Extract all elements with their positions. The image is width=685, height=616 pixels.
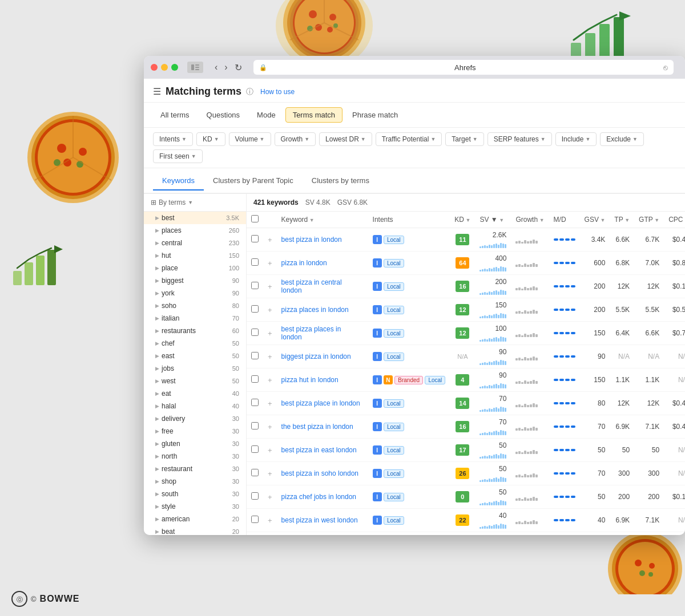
row-checkbox-cell[interactable] bbox=[247, 228, 263, 252]
row-checkbox[interactable] bbox=[251, 445, 259, 453]
row-checkbox-cell[interactable] bbox=[247, 298, 263, 322]
filter-first-seen[interactable]: First seen ▼ bbox=[153, 149, 203, 163]
sidebar-header[interactable]: ⊞ By terms ▼ bbox=[144, 194, 246, 212]
keyword-header[interactable]: Keyword bbox=[277, 212, 368, 228]
sidebar-item-beat[interactable]: ▶ beat 20 bbox=[144, 525, 246, 535]
add-to-list-cell[interactable]: + bbox=[263, 439, 277, 462]
growth-header[interactable]: Growth bbox=[511, 212, 549, 228]
tab-mode[interactable]: Mode bbox=[249, 107, 283, 123]
keyword-link[interactable]: pizza places in london bbox=[281, 306, 349, 314]
select-all-header[interactable] bbox=[247, 212, 263, 228]
sidebar-item-best[interactable]: ▶ best 3.5K bbox=[144, 212, 246, 224]
sidebar-item-shop[interactable]: ▶ shop 30 bbox=[144, 475, 246, 488]
sidebar-item-chef[interactable]: ▶ chef 50 bbox=[144, 337, 246, 350]
filter-lowest-dr[interactable]: Lowest DR ▼ bbox=[319, 132, 372, 146]
row-checkbox[interactable] bbox=[251, 399, 259, 406]
sidebar-item-halal[interactable]: ▶ halal 40 bbox=[144, 400, 246, 412]
row-checkbox[interactable] bbox=[251, 375, 259, 383]
sidebar-item-soho[interactable]: ▶ soho 80 bbox=[144, 299, 246, 312]
kd-header[interactable]: KD bbox=[450, 212, 475, 228]
cpc-header[interactable]: CPC bbox=[664, 212, 685, 228]
sidebar-item-italian[interactable]: ▶ italian 70 bbox=[144, 312, 246, 325]
sidebar-item-east[interactable]: ▶ east 50 bbox=[144, 350, 246, 362]
sidebar-item-restaurants[interactable]: ▶ restaurants 60 bbox=[144, 325, 246, 337]
row-checkbox-cell[interactable] bbox=[247, 462, 263, 485]
sidebar-item-gluten[interactable]: ▶ gluten 30 bbox=[144, 437, 246, 450]
gtp-header[interactable]: GTP bbox=[634, 212, 664, 228]
sub-tab-keywords[interactable]: Keywords bbox=[153, 172, 204, 191]
tab-phrase-match[interactable]: Phrase match bbox=[345, 107, 405, 123]
keyword-link[interactable]: the best pizza in london bbox=[281, 423, 353, 431]
add-to-list-cell[interactable]: + bbox=[263, 228, 277, 252]
sidebar-item-south[interactable]: ▶ south 30 bbox=[144, 488, 246, 500]
sub-tab-clusters-parent[interactable]: Clusters by Parent Topic bbox=[204, 172, 303, 191]
row-checkbox-cell[interactable] bbox=[247, 368, 263, 392]
sidebar-item-style[interactable]: ▶ style 30 bbox=[144, 500, 246, 513]
keyword-link[interactable]: best pizza places in london bbox=[281, 325, 341, 341]
filter-exclude[interactable]: Exclude ▼ bbox=[600, 132, 644, 146]
md-header[interactable]: M/D bbox=[549, 212, 580, 228]
row-checkbox[interactable] bbox=[251, 235, 259, 242]
add-to-list-cell[interactable]: + bbox=[263, 532, 277, 536]
keyword-link[interactable]: best pizza in east london bbox=[281, 446, 357, 454]
sidebar-item-central[interactable]: ▶ central 230 bbox=[144, 237, 246, 249]
filter-growth[interactable]: Growth ▼ bbox=[275, 132, 316, 146]
row-checkbox-cell[interactable] bbox=[247, 275, 263, 298]
add-to-list-cell[interactable]: + bbox=[263, 509, 277, 532]
filter-include[interactable]: Include ▼ bbox=[555, 132, 597, 146]
forward-button[interactable]: › bbox=[222, 61, 229, 74]
menu-icon[interactable]: ☰ bbox=[153, 86, 161, 97]
row-checkbox[interactable] bbox=[251, 492, 259, 500]
back-button[interactable]: ‹ bbox=[212, 61, 220, 74]
keyword-link[interactable]: best pizza in west london bbox=[281, 516, 358, 524]
row-checkbox-cell[interactable] bbox=[247, 532, 263, 536]
how-to-use-link[interactable]: How to use bbox=[260, 88, 295, 96]
add-to-list-cell[interactable]: + bbox=[263, 298, 277, 322]
row-checkbox[interactable] bbox=[251, 258, 259, 266]
tp-header[interactable]: TP bbox=[610, 212, 634, 228]
refresh-button[interactable]: ↻ bbox=[232, 61, 244, 74]
sidebar-item-hut[interactable]: ▶ hut 150 bbox=[144, 249, 246, 262]
sidebar-item-place[interactable]: ▶ place 100 bbox=[144, 262, 246, 274]
select-all-checkbox[interactable] bbox=[251, 215, 259, 222]
filter-intents[interactable]: Intents ▼ bbox=[153, 132, 193, 146]
sidebar-toggle[interactable] bbox=[187, 62, 203, 73]
keyword-link[interactable]: pizza in london bbox=[281, 259, 327, 267]
filter-kd[interactable]: KD ▼ bbox=[196, 132, 225, 146]
sidebar-item-jobs[interactable]: ▶ jobs 50 bbox=[144, 362, 246, 375]
tab-all-terms[interactable]: All terms bbox=[153, 107, 197, 123]
row-checkbox[interactable] bbox=[251, 352, 259, 359]
sidebar-item-restaurant[interactable]: ▶ restaurant 30 bbox=[144, 463, 246, 475]
add-to-list-cell[interactable]: + bbox=[263, 415, 277, 439]
add-to-list-cell[interactable]: + bbox=[263, 322, 277, 345]
sidebar-item-american[interactable]: ▶ american 20 bbox=[144, 513, 246, 525]
add-to-list-cell[interactable]: + bbox=[263, 275, 277, 298]
keyword-link[interactable]: best pizza in soho london bbox=[281, 469, 358, 477]
sidebar-item-york[interactable]: ▶ york 90 bbox=[144, 287, 246, 299]
sidebar-item-delivery[interactable]: ▶ delivery 30 bbox=[144, 412, 246, 425]
row-checkbox-cell[interactable] bbox=[247, 392, 263, 415]
sub-tab-clusters-terms[interactable]: Clusters by terms bbox=[303, 172, 378, 191]
row-checkbox-cell[interactable] bbox=[247, 345, 263, 368]
address-bar[interactable]: 🔒 Ahrefs ⎋ bbox=[253, 60, 674, 75]
filter-volume[interactable]: Volume ▼ bbox=[229, 132, 271, 146]
row-checkbox-cell[interactable] bbox=[247, 322, 263, 345]
row-checkbox[interactable] bbox=[251, 329, 259, 336]
sidebar-item-west[interactable]: ▶ west 50 bbox=[144, 375, 246, 387]
add-to-list-cell[interactable]: + bbox=[263, 368, 277, 392]
row-checkbox-cell[interactable] bbox=[247, 252, 263, 275]
keyword-link[interactable]: best pizza in london bbox=[281, 236, 342, 244]
sidebar-item-places[interactable]: ▶ places 260 bbox=[144, 224, 246, 237]
sidebar-item-free[interactable]: ▶ free 30 bbox=[144, 425, 246, 437]
add-to-list-cell[interactable]: + bbox=[263, 462, 277, 485]
minimize-button[interactable] bbox=[161, 64, 168, 71]
intents-header[interactable]: Intents bbox=[368, 212, 450, 228]
sv-header[interactable]: SV ▼ bbox=[475, 212, 511, 228]
keyword-link[interactable]: pizza chef jobs in london bbox=[281, 493, 356, 501]
row-checkbox-cell[interactable] bbox=[247, 485, 263, 509]
gsv-header[interactable]: GSV bbox=[580, 212, 610, 228]
tab-questions[interactable]: Questions bbox=[199, 107, 248, 123]
sidebar-item-biggest[interactable]: ▶ biggest 90 bbox=[144, 274, 246, 287]
add-to-list-cell[interactable]: + bbox=[263, 252, 277, 275]
tab-terms-match[interactable]: Terms match bbox=[285, 107, 342, 123]
